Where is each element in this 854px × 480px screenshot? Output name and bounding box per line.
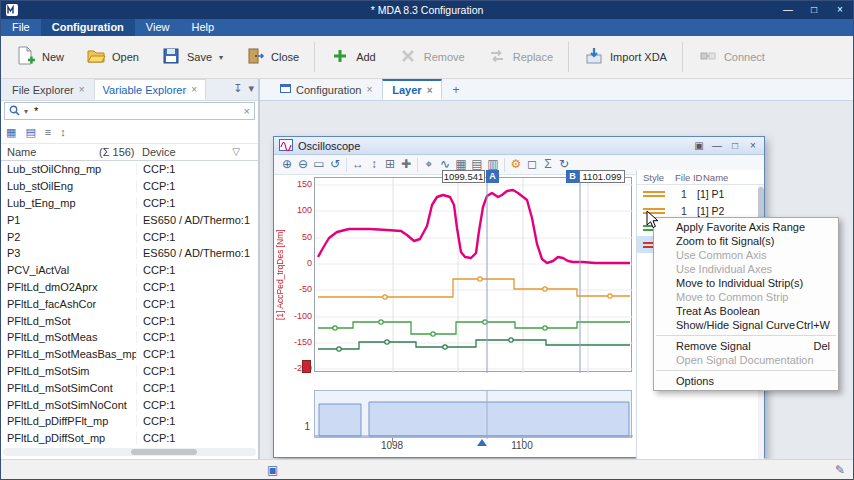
search-input[interactable] xyxy=(32,104,240,118)
tab-file-explorer[interactable]: File Explorer × xyxy=(3,79,94,100)
variable-row[interactable]: PFltLd_mSotMeasCCP:1 xyxy=(1,329,258,346)
menu-item-zoom-to-fit-signals[interactable]: Zoom to fit Signal(s) xyxy=(654,234,838,248)
save-button[interactable]: Save ▾ xyxy=(150,39,234,75)
variable-row[interactable]: PFltLd_pDiffPFlt_mpCCP:1 xyxy=(1,413,258,430)
cursor-a-strip-marker[interactable] xyxy=(477,439,487,446)
edit-pencil-icon[interactable]: ✎ xyxy=(835,463,845,477)
new-button[interactable]: New xyxy=(5,39,75,75)
cursor-b-marker[interactable]: B xyxy=(566,170,579,183)
signal-plot[interactable] xyxy=(314,177,632,372)
maximize-window-icon[interactable]: □ xyxy=(727,138,743,153)
horizontal-scrollbar[interactable] xyxy=(3,448,256,456)
tab-close-icon[interactable]: × xyxy=(366,84,372,95)
statistics-icon[interactable]: Σ xyxy=(540,155,556,174)
variable-row[interactable]: PFltLd_mSotMeasBas_mpCCP:1 xyxy=(1,346,258,363)
zoom-in-icon[interactable]: ⊕ xyxy=(279,155,295,174)
search-clear-icon[interactable]: × xyxy=(244,105,250,117)
fit-all-icon[interactable]: ⊞ xyxy=(382,155,398,174)
tab-configuration[interactable]: Configuration × xyxy=(270,79,382,100)
menu-separator xyxy=(656,335,836,336)
tab-variable-explorer[interactable]: Variable Explorer × xyxy=(94,79,206,100)
variable-row[interactable]: PCV_iActValCCP:1 xyxy=(1,262,258,279)
variable-row[interactable]: Lub_tEng_mpCCP:1 xyxy=(1,195,258,212)
menu-item-show-hide-signal-curve[interactable]: Show/Hide Signal CurveCtrl+W xyxy=(654,318,838,332)
boolean-trace xyxy=(319,402,629,436)
settings-gear-icon[interactable]: ⚙ xyxy=(508,155,524,174)
mda-window: * MDA 8.3 Configuration — □ × File Confi… xyxy=(0,0,854,480)
tab-close-icon[interactable]: × xyxy=(427,85,433,96)
close-config-button[interactable]: Close xyxy=(234,39,310,75)
view-grid-icon[interactable]: ▦ xyxy=(6,126,16,139)
strip-axis-label: 1 xyxy=(296,421,310,432)
minimize-window-icon[interactable]: — xyxy=(709,138,725,153)
open-button[interactable]: Open xyxy=(75,39,150,75)
variable-row[interactable]: P3ES650 / AD/Thermo:1 xyxy=(1,245,258,262)
toolbar-separator xyxy=(682,42,683,72)
menu-help[interactable]: Help xyxy=(181,19,226,36)
variable-row[interactable]: P2CCP:1 xyxy=(1,228,258,245)
variable-row[interactable]: PFltLd_mSotCCP:1 xyxy=(1,312,258,329)
fit-height-icon[interactable]: ↕ xyxy=(366,155,382,174)
variable-row[interactable]: PFltLd_dmO2AprxCCP:1 xyxy=(1,279,258,296)
replace-button: Replace xyxy=(476,39,564,75)
background-icon[interactable]: ◻ xyxy=(524,155,540,174)
float-window-icon[interactable]: ▣ xyxy=(691,138,707,153)
menu-item-options[interactable]: Options xyxy=(654,374,838,388)
filter-icon[interactable]: ▽ xyxy=(232,146,240,157)
search-dropdown-icon[interactable]: ▾ xyxy=(24,107,28,116)
variable-row[interactable]: PFltLd_facAshCorCCP:1 xyxy=(1,295,258,312)
menu-item-remove-signal[interactable]: Remove SignalDel xyxy=(654,339,838,353)
variable-row[interactable]: Lub_stOilEngCCP:1 xyxy=(1,178,258,195)
menu-item-treat-as-boolean[interactable]: Treat As Boolean xyxy=(654,304,838,318)
menu-item-move-to-individual-strips[interactable]: Move to Individual Strip(s) xyxy=(654,276,838,290)
panel-menu-icon[interactable]: ▾ xyxy=(248,82,254,95)
new-tab-button[interactable]: + xyxy=(448,80,463,100)
layer-status-icon[interactable]: ▣ xyxy=(267,463,278,477)
view-list-icon[interactable]: ▤ xyxy=(25,126,35,139)
boolean-strip[interactable] xyxy=(314,390,632,438)
variable-row[interactable]: PFltLd_pDiffSot_mpCCP:1 xyxy=(1,430,258,447)
signal-row[interactable]: 1 [1] P1 xyxy=(637,185,764,202)
axis-strip-handle[interactable] xyxy=(302,360,311,373)
menu-file[interactable]: File xyxy=(1,19,41,36)
sort-icon[interactable]: ↕ xyxy=(60,126,66,138)
oscilloscope-titlebar[interactable]: Oscilloscope ▣ — □ × xyxy=(274,137,764,155)
variable-row[interactable]: PFltLd_mSotSimContCCP:1 xyxy=(1,379,258,396)
import-xda-button[interactable]: Import XDA xyxy=(573,39,678,75)
signal-table-header: Style File ID Name xyxy=(637,170,764,185)
menu-configuration[interactable]: Configuration xyxy=(41,19,135,36)
close-button[interactable]: × xyxy=(827,1,853,19)
cursor-tool-icon[interactable]: ⌖ xyxy=(421,155,437,174)
menu-item-apply-favorite-axis-range[interactable]: Apply Favorite Axis Range xyxy=(654,220,838,234)
column-device[interactable]: Device xyxy=(142,146,176,158)
fit-width-icon[interactable]: ↔ xyxy=(350,155,366,174)
close-window-icon[interactable]: × xyxy=(745,138,761,153)
scrollbar-thumb[interactable] xyxy=(131,449,197,455)
menu-view[interactable]: View xyxy=(135,19,181,36)
tab-close-icon[interactable]: × xyxy=(79,84,85,95)
variable-row[interactable]: PFltLd_mSotSimNoContCCP:1 xyxy=(1,396,258,413)
variable-row[interactable]: Lub_stOilChng_mpCCP:1 xyxy=(1,161,258,178)
variable-search-box[interactable]: ▾ × xyxy=(4,102,255,120)
maximize-button[interactable]: □ xyxy=(801,1,827,19)
search-icon xyxy=(9,105,20,118)
menubar: File Configuration View Help xyxy=(1,19,853,36)
signal-style-swatch xyxy=(637,189,671,199)
tab-close-icon[interactable]: × xyxy=(191,84,197,95)
pin-icon[interactable]: ↧ xyxy=(233,82,242,95)
save-dropdown-icon[interactable]: ▾ xyxy=(219,53,223,62)
pan-icon[interactable]: ✚ xyxy=(398,155,414,174)
flat-list-icon[interactable]: ≡ xyxy=(45,126,51,138)
add-icon xyxy=(330,46,350,68)
zoom-out-icon[interactable]: ⊖ xyxy=(295,155,311,174)
cursor-a-marker[interactable]: A xyxy=(486,170,499,183)
variable-row[interactable]: P1ES650 / AD/Thermo:1 xyxy=(1,211,258,228)
row-count: (Σ 156) xyxy=(99,146,135,158)
column-name[interactable]: Name xyxy=(7,146,36,158)
add-button[interactable]: Add xyxy=(319,39,387,75)
zoom-undo-icon[interactable]: ↺ xyxy=(327,155,343,174)
tab-layer[interactable]: Layer × xyxy=(382,79,442,100)
zoom-region-icon[interactable]: ▭ xyxy=(311,155,327,174)
minimize-button[interactable]: — xyxy=(775,1,801,19)
variable-row[interactable]: PFltLd_mSotSimCCP:1 xyxy=(1,363,258,380)
